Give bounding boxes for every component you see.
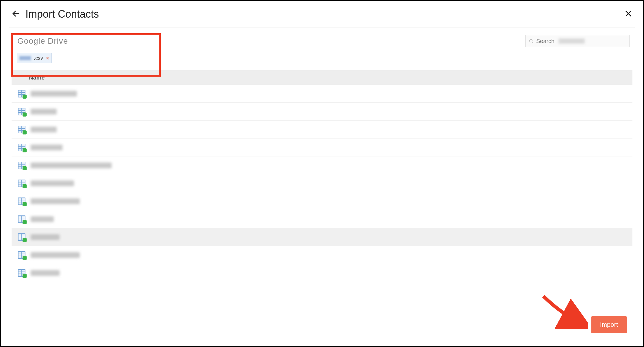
chip-remove-icon[interactable]: × bbox=[46, 55, 49, 61]
spreadsheet-icon bbox=[18, 215, 25, 223]
dialog-title: Import Contacts bbox=[25, 8, 99, 20]
dialog-header: Import Contacts bbox=[12, 8, 632, 27]
spreadsheet-icon bbox=[18, 108, 25, 115]
spreadsheet-icon bbox=[18, 233, 25, 241]
file-row[interactable] bbox=[12, 264, 632, 282]
search-box[interactable] bbox=[525, 35, 630, 47]
import-contacts-dialog: Import Contacts Google Drive .csv × bbox=[0, 0, 644, 347]
table-header: Name bbox=[12, 70, 632, 85]
spreadsheet-icon bbox=[18, 180, 25, 187]
selected-file-chip[interactable]: .csv × bbox=[17, 53, 52, 63]
column-name: Name bbox=[29, 74, 45, 81]
svg-line-4 bbox=[532, 42, 533, 43]
file-name-obscured bbox=[31, 91, 77, 97]
file-name-obscured bbox=[31, 109, 57, 115]
file-name-obscured bbox=[31, 234, 60, 240]
back-arrow-icon[interactable] bbox=[12, 9, 20, 19]
spreadsheet-icon bbox=[18, 162, 25, 169]
import-button[interactable]: Import bbox=[591, 316, 627, 333]
search-obscured-text bbox=[559, 38, 585, 44]
search-input[interactable] bbox=[536, 38, 556, 45]
file-name-obscured bbox=[31, 216, 54, 222]
file-row[interactable] bbox=[12, 85, 632, 103]
file-name-obscured bbox=[31, 198, 80, 204]
chip-extension: .csv bbox=[34, 55, 43, 61]
file-table: Name bbox=[12, 70, 632, 282]
cancel-button[interactable]: Cancel bbox=[557, 321, 579, 329]
source-label: Google Drive bbox=[17, 36, 68, 46]
file-row[interactable] bbox=[12, 103, 632, 121]
file-row[interactable] bbox=[12, 156, 632, 174]
file-row[interactable] bbox=[12, 121, 632, 139]
svg-point-3 bbox=[529, 39, 532, 42]
dialog-footer: Cancel Import bbox=[557, 316, 627, 333]
file-name-obscured bbox=[31, 252, 80, 258]
file-row[interactable] bbox=[12, 246, 632, 264]
file-row[interactable] bbox=[12, 228, 632, 246]
spreadsheet-icon bbox=[18, 126, 25, 133]
selected-file-chip-row: .csv × bbox=[12, 53, 632, 69]
file-name-obscured bbox=[31, 180, 74, 186]
file-row[interactable] bbox=[12, 139, 632, 156]
spreadsheet-icon bbox=[18, 90, 25, 97]
file-row[interactable] bbox=[12, 192, 632, 210]
file-name-obscured bbox=[31, 127, 57, 132]
source-row: Google Drive bbox=[12, 27, 632, 53]
file-row[interactable] bbox=[12, 174, 632, 192]
file-name-obscured bbox=[31, 145, 62, 150]
file-name-obscured bbox=[31, 163, 112, 168]
chip-filename-obscured bbox=[19, 56, 31, 60]
spreadsheet-icon bbox=[18, 198, 25, 205]
spreadsheet-icon bbox=[18, 269, 25, 277]
close-icon[interactable] bbox=[624, 10, 632, 19]
spreadsheet-icon bbox=[18, 144, 25, 151]
file-row[interactable] bbox=[12, 210, 632, 228]
file-name-obscured bbox=[31, 270, 60, 276]
spreadsheet-icon bbox=[18, 251, 25, 259]
